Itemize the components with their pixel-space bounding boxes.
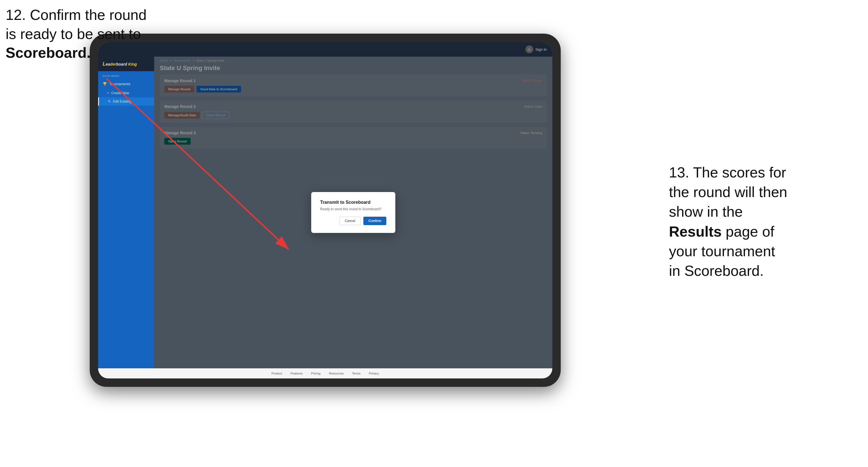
- footer-privacy[interactable]: Privacy: [369, 372, 379, 375]
- footer-product[interactable]: Product: [271, 372, 282, 375]
- modal-title: Transmit to Scoreboard: [320, 200, 386, 205]
- plus-icon: +: [107, 91, 109, 95]
- modal-cancel-button[interactable]: Cancel: [340, 217, 361, 225]
- user-avatar: ☺: [525, 45, 533, 53]
- tablet-screen: ☺ Sign In Leaderboard King MAIN MENU 🏆 T…: [98, 42, 552, 378]
- footer-resources[interactable]: Resources: [329, 372, 344, 375]
- footer-features[interactable]: Features: [290, 372, 303, 375]
- modal-overlay: Transmit to Scoreboard Ready to send thi…: [154, 57, 552, 368]
- sidebar-item-edit-existing[interactable]: ✎ Edit Existing: [98, 97, 154, 106]
- transmit-modal: Transmit to Scoreboard Ready to send thi…: [311, 192, 395, 233]
- footer-terms[interactable]: Terms: [352, 372, 361, 375]
- footer-pricing[interactable]: Pricing: [311, 372, 321, 375]
- top-bar: ☺ Sign In: [98, 42, 552, 57]
- modal-actions: Cancel Confirm: [320, 217, 386, 225]
- modal-confirm-button[interactable]: Confirm: [363, 217, 386, 225]
- sidebar-item-create-new[interactable]: + Create New: [98, 89, 154, 97]
- sign-in-button[interactable]: Sign In: [535, 48, 547, 52]
- modal-subtitle: Ready to send this round to Scoreboard?: [320, 207, 386, 211]
- annotation-step-12: 12. Confirm the round is ready to be sen…: [6, 6, 147, 63]
- annotation-step-13: 13. The scores forthe round will thensho…: [669, 163, 860, 281]
- sidebar: Leaderboard King MAIN MENU 🏆 Tournaments…: [98, 57, 154, 368]
- tablet-device: ☺ Sign In Leaderboard King MAIN MENU 🏆 T…: [90, 34, 561, 387]
- content-area: Home > Tournaments > State U Spring Invi…: [154, 57, 552, 368]
- sidebar-item-tournaments[interactable]: 🏆 Tournaments: [98, 79, 154, 89]
- main-menu-label: MAIN MENU: [98, 71, 154, 79]
- edit-icon: ✎: [108, 99, 111, 103]
- footer: Product Features Pricing Resources Terms…: [98, 368, 552, 378]
- main-layout: Leaderboard King MAIN MENU 🏆 Tournaments…: [98, 57, 552, 368]
- trophy-icon: 🏆: [103, 82, 107, 86]
